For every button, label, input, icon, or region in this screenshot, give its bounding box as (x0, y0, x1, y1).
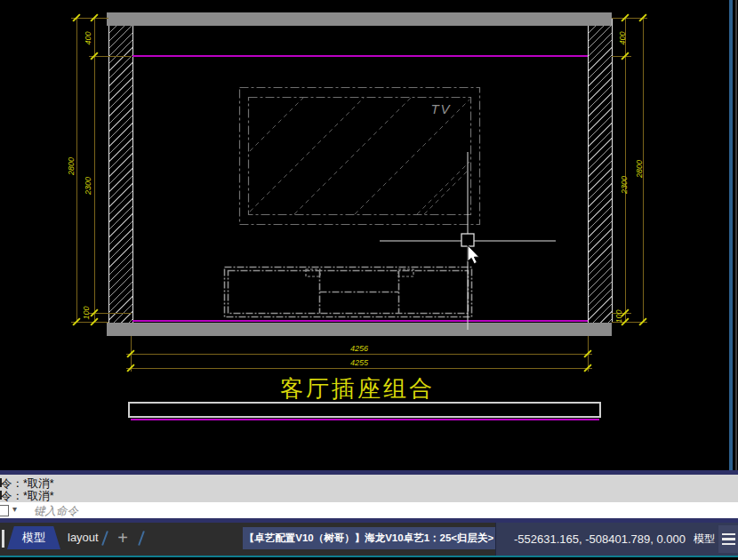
menu-icon (722, 533, 735, 536)
menu-icon (722, 543, 735, 546)
cad-window: TV 客厅插座组合 (0, 0, 738, 560)
status-bar: 模型 layout + 【卓艺配置V10（树哥）】海龙V10卓艺1：25<归层关… (0, 523, 738, 556)
dim-label-right-100: 100 (614, 309, 623, 323)
menu-icon (722, 538, 735, 540)
dim-line-width-lower (126, 368, 592, 369)
drawing-canvas[interactable]: TV 客厅插座组合 (0, 0, 738, 470)
statusbar-left-sliver (2, 530, 4, 548)
mouse-cursor-icon (468, 245, 479, 264)
customization-menu-button[interactable] (718, 525, 738, 553)
dim-label-width-upper: 4256 (350, 344, 368, 353)
command-input-row[interactable]: ▾ (0, 502, 738, 518)
statusbar-teal-edge (0, 556, 738, 557)
dim-line-width-upper (126, 354, 592, 355)
tab-layout[interactable]: layout (68, 526, 99, 549)
pickbox (461, 234, 474, 246)
command-history: 令：*取消* 令：*取消* (0, 475, 738, 502)
dim-label-left-100: 100 (82, 306, 91, 319)
coordinates-readout[interactable]: -552631.165, -508401.789, 0.000 (503, 523, 686, 556)
magenta-line-under-strip (131, 419, 599, 420)
chevron-down-icon[interactable]: ▾ (12, 504, 17, 514)
dim-label-left-400: 400 (84, 31, 92, 44)
dim-label-right-2300: 2300 (620, 176, 629, 194)
dim-label-right-400: 400 (618, 31, 627, 44)
tv-label: TV (430, 101, 451, 116)
tab-separator (101, 531, 108, 546)
dim-label-left-2300: 2300 (84, 177, 92, 195)
new-layout-button[interactable]: + (113, 524, 132, 551)
statusbar-right-section: -552631.165, -508401.789, 0.000 模型 (495, 523, 738, 556)
window-edge-gray-line (735, 0, 737, 519)
tab-separator (138, 531, 145, 546)
bottom-strip-rect (128, 402, 601, 418)
tab-model[interactable]: 模型 (7, 526, 60, 549)
dim-line-left-outer (76, 18, 77, 323)
dim-line-left-inner (94, 18, 95, 323)
drawing-title-text: 客厅插座组合 (280, 373, 435, 404)
dim-label-left-2800: 2800 (67, 157, 76, 175)
command-input[interactable] (32, 502, 391, 520)
drawing-config-button[interactable]: 【卓艺配置V10（树哥）】海龙V10卓艺1：25<归层关> (243, 527, 495, 549)
command-tool-icon[interactable] (0, 505, 9, 516)
dim-label-right-2800: 2800 (635, 160, 644, 178)
tv-cabinet (225, 268, 472, 317)
dim-line-right-inner (625, 18, 626, 323)
model-space-button[interactable]: 模型 (688, 523, 720, 556)
dim-label-width-lower: 4255 (350, 358, 368, 367)
window-edge-blue-line (729, 0, 733, 519)
